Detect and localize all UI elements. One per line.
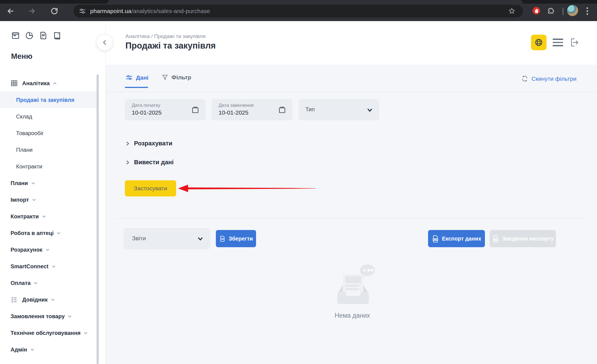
pie-chart-icon[interactable] (25, 31, 34, 40)
apply-button[interactable]: Застосувати (125, 180, 176, 196)
xlsx-file-icon: XLSX (432, 235, 439, 242)
sidebar-item-label: Замовлення товару (11, 313, 65, 320)
sidebar-item-goods-order[interactable]: Замовлення товару (0, 308, 97, 325)
extensions-button[interactable] (547, 6, 555, 16)
sidebar-item-label: Розрахунок (11, 247, 42, 253)
type-select-label: Тип (305, 106, 315, 113)
reset-filters-button[interactable]: Скинути фільтри (521, 75, 576, 82)
sidebar-item-label: Плани (11, 180, 28, 186)
logout-button[interactable] (570, 37, 579, 48)
sidebar-item-label: Імпорт (11, 197, 29, 203)
export-data-button[interactable]: XLSX Експорт даних (428, 230, 485, 247)
sidebar-item-warehouse[interactable]: Склад (0, 108, 97, 125)
sidebar-item-label: Товарообіг (16, 130, 44, 136)
start-date-label: Дата початку (132, 103, 160, 108)
breadcrumb[interactable]: Аналітика / Продажі та закупівля (125, 33, 206, 39)
calendar-icon[interactable] (191, 106, 199, 114)
tab-filter[interactable]: Фільтр (161, 74, 191, 81)
sliders-icon (125, 74, 133, 81)
chevron-down-icon (42, 214, 46, 219)
sidebar-item-sales-and-purchase[interactable]: Продажі та закупівля (0, 92, 97, 108)
grid-table-icon (10, 79, 18, 87)
forward-button[interactable] (27, 6, 37, 16)
url-text: pharmapoint.ua/analytics/sales-and-purch… (90, 8, 210, 14)
sidebar: Меню Аналітика Продажі та закупівля Скла… (0, 21, 106, 364)
sidebar-item-payment[interactable]: Оплата (0, 275, 97, 291)
adblock-icon (532, 6, 541, 15)
star-icon (508, 7, 516, 15)
sidebar-item-plans-sub[interactable]: Плани (0, 141, 97, 158)
sidebar-item-calculation[interactable]: Розрахунок (0, 241, 97, 258)
app-root: pharmapoint.ua/analytics/sales-and-purch… (0, 0, 597, 364)
sidebar-item-admin[interactable]: Адмін (0, 341, 97, 358)
empty-state-text: Нема даних (319, 312, 386, 319)
sidebar-item-import[interactable]: Імпорт (0, 191, 97, 208)
sidebar-item-contracts-sub[interactable]: Контракти (0, 158, 97, 175)
active-tab-edge (108, 0, 523, 4)
start-date-field[interactable]: Дата початку 10-01-2025 (125, 99, 206, 120)
sidebar-collapse-button[interactable] (97, 34, 113, 50)
sidebar-item-label: Довідник (22, 297, 48, 303)
back-button[interactable] (6, 6, 16, 16)
toolbar-separator (563, 8, 563, 15)
chevron-down-icon (84, 331, 88, 335)
end-date-value: 10-01-2025 (219, 109, 248, 116)
reset-filters-label: Скинути фільтри (532, 75, 576, 82)
sidebar-item-label: Контракти (16, 163, 42, 170)
chevron-down-icon (198, 236, 203, 242)
bookmark-star-button[interactable] (508, 7, 516, 16)
save-button[interactable]: Зберегти (216, 230, 256, 247)
sidebar-item-pharmacy-work[interactable]: Робота в аптеці (0, 225, 97, 241)
end-date-field[interactable]: Дата закінчення 10-01-2025 (212, 99, 292, 120)
annotation-arrow (178, 184, 316, 193)
sidebar-item-label: Технічне обслуговування (11, 330, 80, 336)
language-globe-button[interactable] (531, 35, 547, 50)
calculate-section-toggle[interactable]: Розрахувати (125, 140, 172, 147)
document-icon[interactable] (39, 31, 48, 40)
sidebar-scrollbar[interactable] (97, 74, 99, 364)
browser-toolbar: pharmapoint.ua/analytics/sales-and-purch… (0, 0, 597, 21)
sidebar-item-analytics[interactable]: Аналітика (0, 75, 97, 92)
app-menu-button[interactable] (553, 39, 563, 46)
page-title: Продажі та закупівля (125, 41, 216, 51)
browser-tabstrip (0, 0, 597, 4)
calendar-icon[interactable] (278, 106, 286, 114)
sidebar-item-smartconnect[interactable]: SmartConnect (0, 258, 97, 275)
site-controls-icon[interactable] (79, 7, 86, 15)
type-select[interactable]: Тип (298, 99, 379, 120)
sidebar-item-maintenance[interactable]: Технічне обслуговування (0, 325, 97, 341)
sidebar-item-plans[interactable]: Плани (0, 175, 97, 191)
sidebar-item-directory[interactable]: Довідник (0, 291, 97, 308)
output-section-toggle[interactable]: Вивести дані (125, 159, 174, 166)
chevron-down-icon (52, 264, 56, 269)
sidebar-quick-icons (11, 31, 62, 40)
reload-icon (50, 7, 59, 15)
tab-data[interactable]: Дані (125, 74, 148, 81)
sidebar-item-label: Плани (16, 147, 32, 153)
sidebar-item-contracts[interactable]: Контракти (0, 208, 97, 225)
sidebar-item-label: Контракти (11, 213, 39, 220)
chevron-down-icon (32, 198, 36, 202)
chevron-right-icon (125, 141, 130, 146)
end-date-label: Дата закінчення (219, 103, 254, 108)
apply-button-label: Застосувати (134, 185, 167, 192)
export-data-label: Експорт даних (442, 236, 481, 242)
address-bar[interactable]: pharmapoint.ua/analytics/sales-and-purch… (74, 5, 523, 17)
sidebar-item-label: SmartConnect (11, 263, 49, 270)
svg-text:XLSX: XLSX (493, 238, 498, 240)
sidebar-item-label: Адмін (11, 347, 27, 353)
browser-menu-button[interactable] (586, 7, 589, 16)
export-summary-label: Зведення експорту (502, 236, 554, 242)
directory-list-icon (10, 296, 18, 304)
output-section-label: Вивести дані (134, 159, 174, 166)
adblock-extension-button[interactable] (532, 6, 541, 16)
reload-button[interactable] (49, 6, 59, 16)
profile-avatar[interactable] (567, 5, 578, 16)
book-icon[interactable] (53, 31, 62, 40)
archive-icon[interactable] (11, 31, 20, 40)
reports-select[interactable]: Звіти (124, 228, 210, 249)
sidebar-item-turnover[interactable]: Товарообіг (0, 125, 97, 141)
content-divider (115, 218, 584, 218)
svg-text:XLSX: XLSX (433, 238, 438, 240)
active-tab-underline (125, 87, 148, 88)
